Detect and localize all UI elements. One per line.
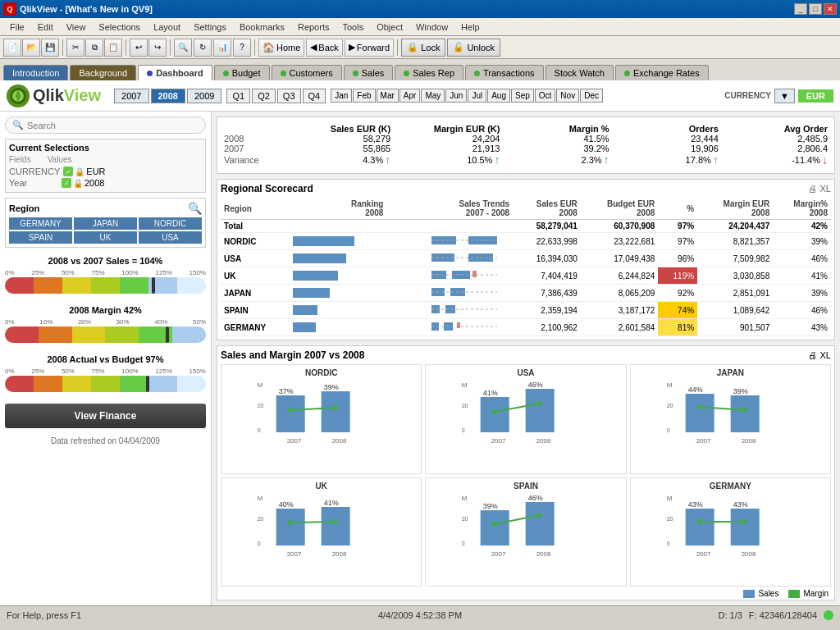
save-button[interactable]: 💾	[41, 39, 59, 57]
help-button[interactable]: ?	[233, 39, 251, 57]
svg-text:0: 0	[258, 427, 261, 433]
view-finance-button[interactable]: View Finance	[5, 404, 206, 428]
region-usa[interactable]: USA	[139, 231, 202, 244]
cs-currency-clear-icon[interactable]: ✓	[63, 167, 73, 176]
menu-view[interactable]: View	[60, 21, 93, 34]
tab-stockwatch[interactable]: Stock Watch	[546, 65, 614, 80]
year-2008-button[interactable]: 2008	[151, 89, 185, 103]
month-may[interactable]: May	[421, 89, 445, 103]
menu-reports[interactable]: Reports	[291, 21, 336, 34]
new-button[interactable]: 📄	[3, 39, 21, 57]
menu-object[interactable]: Object	[370, 21, 409, 34]
redo-button[interactable]: ↪	[148, 39, 167, 57]
month-dec[interactable]: Dec	[580, 89, 603, 103]
back-button[interactable]: ◀ Back	[306, 39, 342, 57]
year-2007-button[interactable]: 2007	[114, 89, 148, 103]
currency-value: EUR	[798, 89, 833, 103]
month-oct[interactable]: Oct	[535, 89, 556, 103]
home-button[interactable]: 🏠 Home	[258, 39, 304, 57]
sc-usa-bar	[290, 250, 386, 267]
reload-button[interactable]: ↻	[194, 39, 212, 57]
cs-year-clear-icon[interactable]: ✓	[62, 178, 71, 188]
region-nordic[interactable]: NORDIC	[139, 217, 202, 230]
undo-button[interactable]: ↩	[130, 39, 148, 57]
month-feb[interactable]: Feb	[353, 89, 375, 103]
window-controls[interactable]: _ □ ✕	[794, 3, 837, 15]
currency-dropdown[interactable]: ▼	[774, 89, 795, 103]
minimize-button[interactable]: _	[794, 3, 807, 15]
month-jan[interactable]: Jan	[331, 89, 352, 103]
sc-japan-budget: 8,065,209	[581, 285, 658, 302]
sc-japan-trends	[386, 285, 513, 302]
tab-sales[interactable]: Sales	[344, 65, 394, 80]
menu-selections[interactable]: Selections	[92, 21, 147, 34]
chart-nordic: NORDIC M 20 0 37% 39% 2007 2008	[221, 364, 422, 474]
menu-file[interactable]: File	[3, 21, 31, 34]
scorecard-print-icon[interactable]: 🖨	[808, 184, 817, 194]
paste-button[interactable]: 📋	[104, 39, 122, 57]
forward-button[interactable]: ▶ Forward	[345, 39, 394, 57]
tab-exchangerates[interactable]: Exchange Rates	[615, 65, 709, 80]
close-button[interactable]: ✕	[824, 3, 837, 15]
month-jul[interactable]: Jul	[468, 89, 486, 103]
sep4	[254, 39, 255, 56]
kpi-row-2008: 2008 58,279 24,204 41.5% 23,444 2,485.9	[224, 134, 828, 144]
menu-settings[interactable]: Settings	[187, 21, 233, 34]
menu-bookmarks[interactable]: Bookmarks	[233, 21, 291, 34]
tab-salesrep[interactable]: Sales Rep	[395, 65, 463, 80]
maximize-button[interactable]: □	[809, 3, 822, 15]
region-uk[interactable]: UK	[74, 231, 137, 244]
year-2009-button[interactable]: 2009	[187, 89, 221, 103]
region-spain[interactable]: SPAIN	[9, 231, 72, 244]
quarter-q2-button[interactable]: Q2	[252, 89, 276, 103]
menu-edit[interactable]: Edit	[31, 21, 60, 34]
window-title: QlikView - [What's New in QV9]	[20, 4, 153, 14]
unlock-button[interactable]: 🔓 Unlock	[447, 39, 500, 57]
svg-text:0: 0	[666, 541, 669, 546]
region-search-icon[interactable]: 🔍	[188, 202, 202, 215]
tab-customers[interactable]: Customers	[272, 65, 342, 80]
month-jun[interactable]: Jun	[445, 89, 467, 103]
region-japan[interactable]: JAPAN	[74, 217, 137, 230]
menu-help[interactable]: Help	[454, 21, 486, 34]
region-germany[interactable]: GERMANY	[9, 217, 72, 230]
tab-dashboard-label: Dashboard	[156, 68, 203, 78]
search-box[interactable]: 🔍	[5, 116, 206, 134]
menu-window[interactable]: Window	[409, 21, 454, 34]
svg-point-42	[492, 409, 497, 414]
sc-total-margin: 24,204,437	[697, 220, 773, 233]
quarter-q1-button[interactable]: Q1	[226, 89, 250, 103]
search-input[interactable]	[27, 121, 199, 130]
menu-layout[interactable]: Layout	[147, 21, 187, 34]
month-nov[interactable]: Nov	[556, 89, 579, 103]
tab-introduction[interactable]: Introduction	[3, 65, 68, 80]
tab-transactions[interactable]: Transactions	[465, 65, 544, 80]
month-mar[interactable]: Mar	[377, 89, 399, 103]
kpi-col-avgorder: Avg Order	[719, 124, 828, 134]
cut-button[interactable]: ✂	[66, 39, 84, 57]
status-datetime: 4/4/2009 4:52:38 PM	[282, 610, 558, 620]
charts-expand-icon[interactable]: XL	[820, 350, 831, 360]
quarter-q4-button[interactable]: Q4	[303, 89, 326, 103]
charts-print-icon[interactable]: 🖨	[808, 350, 817, 360]
tab-background[interactable]: Background	[70, 65, 136, 80]
region-title: Region	[9, 203, 39, 213]
svg-point-53	[696, 404, 701, 409]
chart-button[interactable]: 📊	[213, 39, 231, 57]
svg-rect-36	[481, 397, 509, 432]
copy-button[interactable]: ⧉	[85, 39, 103, 57]
sc-uk-trends	[386, 267, 513, 285]
month-aug[interactable]: Aug	[487, 89, 510, 103]
cs-currency-field: CURRENCY	[9, 167, 60, 176]
month-apr[interactable]: Apr	[399, 89, 421, 103]
search-button[interactable]: 🔍	[174, 39, 192, 57]
tab-dashboard[interactable]: Dashboard	[138, 65, 212, 80]
month-sep[interactable]: Sep	[511, 89, 534, 103]
lock-button[interactable]: 🔒 Lock	[401, 39, 445, 57]
quarter-q3-button[interactable]: Q3	[277, 89, 301, 103]
menu-tools[interactable]: Tools	[336, 21, 370, 34]
tab-budget[interactable]: Budget	[214, 65, 270, 80]
scorecard-expand-icon[interactable]: XL	[820, 184, 831, 194]
open-button[interactable]: 📂	[22, 39, 40, 57]
menu-bar: File Edit View Selections Layout Setting…	[0, 18, 840, 36]
